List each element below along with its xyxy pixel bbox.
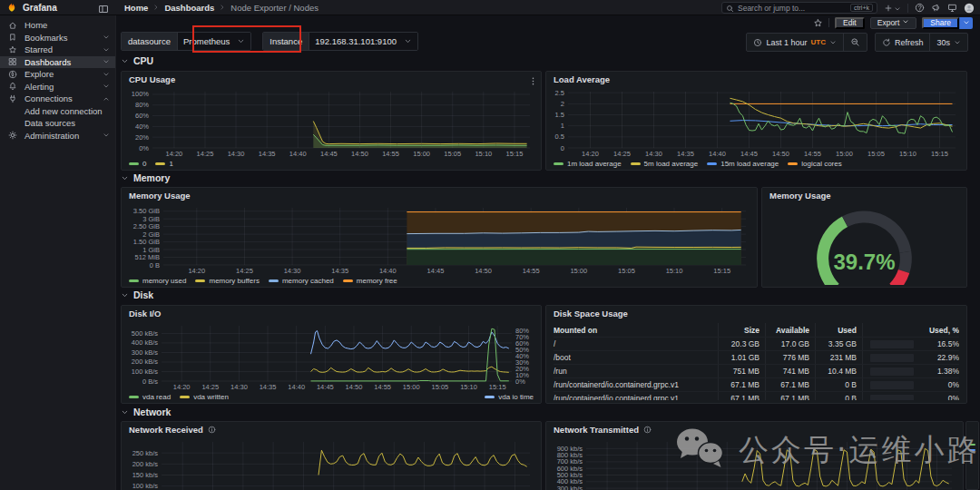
section-memory[interactable]: Memory (121, 172, 170, 183)
sidebar-item-data-sources[interactable]: Data sources (0, 117, 115, 130)
section-disk[interactable]: Disk (121, 289, 153, 300)
legend-item[interactable]: vda read (129, 393, 171, 401)
variable-instance-value[interactable]: 192.168.31.101:9100 (309, 33, 417, 50)
chevron-up-icon (103, 95, 110, 103)
panel-title[interactable]: Memory Usage (762, 188, 966, 202)
refresh-interval-picker[interactable]: 30s (929, 34, 967, 51)
svg-text:2.5: 2.5 (555, 89, 564, 97)
svg-text:14:50: 14:50 (772, 150, 789, 158)
section-cpu[interactable]: CPU (121, 55, 153, 66)
panel-load-average: Load Average 00.511.522.514:2014:2514:30… (545, 71, 967, 171)
time-range-picker[interactable]: Last 1 hour UTC (747, 34, 842, 51)
legend-item[interactable]: 15m load average (707, 160, 779, 168)
network-transmitted-chart[interactable]: 200 kb/s300 kb/s400 kb/s500 kb/s600 kb/s… (548, 436, 961, 490)
table-row[interactable]: /run/containerd/io.containerd.grpc.v167.… (554, 391, 959, 400)
table-row[interactable]: /run751 MB 741 MB10.4 MB 1.38% (554, 364, 959, 377)
legend-item[interactable]: memory free (343, 277, 397, 285)
panel-title[interactable]: Load Average (546, 72, 966, 86)
table-row[interactable]: /20.3 GB 17.0 GB3.35 GB 16.5% (554, 337, 959, 350)
disk-space-table[interactable]: Mounted onSize AvailableUsed Used, % /20… (554, 323, 959, 400)
compass-icon (7, 70, 18, 79)
legend-item[interactable]: vda io time (485, 393, 534, 401)
home-icon (7, 21, 18, 30)
favorite-star-icon[interactable] (813, 18, 823, 28)
share-caret-button[interactable] (959, 17, 973, 29)
panel-title[interactable]: Memory Usage (122, 188, 757, 202)
chevron-down-icon (121, 57, 129, 65)
panel-title[interactable]: CPU Usage (122, 72, 541, 86)
partial-panel-edge (965, 421, 979, 490)
svg-text:14:55: 14:55 (804, 150, 821, 158)
export-button[interactable]: Export (870, 17, 917, 29)
sidebar-item-dashboards[interactable]: Dashboards (0, 56, 115, 69)
zoom-out-button[interactable] (843, 34, 867, 51)
sidebar-item-starred[interactable]: Starred (0, 44, 115, 56)
sidebar-item-explore[interactable]: Explore (0, 68, 115, 81)
legend-item[interactable]: memory used (129, 277, 186, 285)
table-row[interactable]: /run/containerd/io.containerd.grpc.v167.… (554, 377, 959, 391)
help-icon[interactable] (915, 3, 925, 13)
legend-item[interactable]: logical cores (788, 160, 841, 168)
legend-item[interactable]: memory cached (269, 277, 334, 285)
memory-usage-chart[interactable]: 0 B512 MiB1 GiB1.50 GiB2 GiB2.50 GiB3 Gi… (123, 202, 755, 275)
svg-text:14:40: 14:40 (288, 383, 305, 391)
legend-item[interactable]: 5m load average (631, 160, 699, 168)
share-button[interactable]: Share (922, 17, 959, 29)
sidebar-item-label: Starred (24, 44, 53, 54)
breadcrumb-current: Node Exporter / Nodes (230, 3, 318, 13)
sidebar-item-bookmarks[interactable]: Bookmarks (0, 32, 115, 44)
breadcrumb-dashboards[interactable]: Dashboards (164, 3, 214, 13)
svg-text:15:05: 15:05 (444, 150, 461, 158)
sidebar-item-connections[interactable]: Connections (0, 93, 115, 105)
panel-title[interactable]: Disk Space Usage (546, 306, 966, 320)
svg-text:3.50 GiB: 3.50 GiB (133, 207, 160, 215)
legend-item[interactable]: 0 (129, 160, 146, 168)
sidebar-item-administration[interactable]: Administration (0, 130, 115, 142)
chevron-down-icon (237, 37, 245, 45)
sidebar-item-add-new-connection[interactable]: Add new connection (0, 105, 115, 118)
variable-datasource-value[interactable]: Prometheus (177, 33, 250, 50)
table-row[interactable]: /boot1.01 GB 776 MB231 MB 22.9% (554, 350, 959, 364)
svg-text:0%: 0% (139, 144, 149, 152)
clock-icon (753, 38, 762, 47)
sidebar-item-home[interactable]: Home (0, 19, 115, 32)
dock-menu-icon[interactable] (98, 2, 109, 18)
add-button[interactable] (884, 0, 901, 16)
legend-item[interactable]: 1 (155, 160, 172, 168)
legend-item[interactable]: memory buffers (195, 277, 259, 285)
svg-text:14:30: 14:30 (645, 150, 662, 158)
sidebar-item-label: Dashboards (24, 57, 71, 67)
grafana-logo[interactable] (6, 2, 17, 13)
refresh-button[interactable]: Refresh (876, 34, 930, 51)
divider (907, 4, 908, 13)
panel-title[interactable]: Network Transmitted (546, 422, 963, 436)
svg-text:15:10: 15:10 (460, 383, 477, 391)
sidebar-item-alerting[interactable]: Alerting (0, 81, 115, 93)
monitor-icon[interactable] (947, 3, 957, 13)
svg-text:15:00: 15:00 (570, 267, 587, 275)
chevron-down-icon (103, 58, 110, 65)
legend-item[interactable]: vda written (180, 393, 229, 401)
network-received-chart[interactable]: 50 kb/s100 kb/s150 kb/s200 kb/s250 kb/s1… (123, 436, 539, 490)
search-input[interactable]: Search or jump to... ctrl+k (721, 2, 877, 14)
news-icon[interactable] (931, 3, 941, 13)
svg-text:14:50: 14:50 (346, 383, 363, 391)
section-network[interactable]: Network (121, 407, 171, 417)
svg-text:100 kb/s: 100 kb/s (132, 482, 159, 490)
breadcrumb: Home Dashboards Node Exporter / Nodes (124, 3, 318, 13)
svg-text:500 kB/s: 500 kB/s (132, 329, 158, 338)
svg-text:400 kB/s: 400 kB/s (132, 338, 158, 347)
breadcrumb-home[interactable]: Home (124, 3, 148, 13)
load-average-legend: 1m load average5m load average15m load a… (554, 159, 959, 169)
edit-button[interactable]: Edit (835, 17, 865, 29)
avatar[interactable] (964, 3, 975, 14)
legend-item[interactable]: 1m load average (554, 160, 622, 168)
svg-text:14:35: 14:35 (677, 150, 694, 158)
load-average-chart[interactable]: 00.511.522.514:2014:2514:3014:3514:4014:… (548, 86, 965, 158)
disk-io-chart[interactable]: 0 B/s100 kB/s200 kB/s300 kB/s400 kB/s500… (123, 320, 539, 391)
cpu-usage-chart[interactable]: 0%20%40%60%80%100%14:2014:2514:3014:3514… (123, 86, 539, 158)
svg-text:15:05: 15:05 (432, 383, 449, 391)
panel-title[interactable]: Network Received (122, 422, 541, 436)
panel-title[interactable]: Disk I/O (122, 306, 541, 320)
svg-text:200 kB/s: 200 kB/s (132, 358, 158, 366)
